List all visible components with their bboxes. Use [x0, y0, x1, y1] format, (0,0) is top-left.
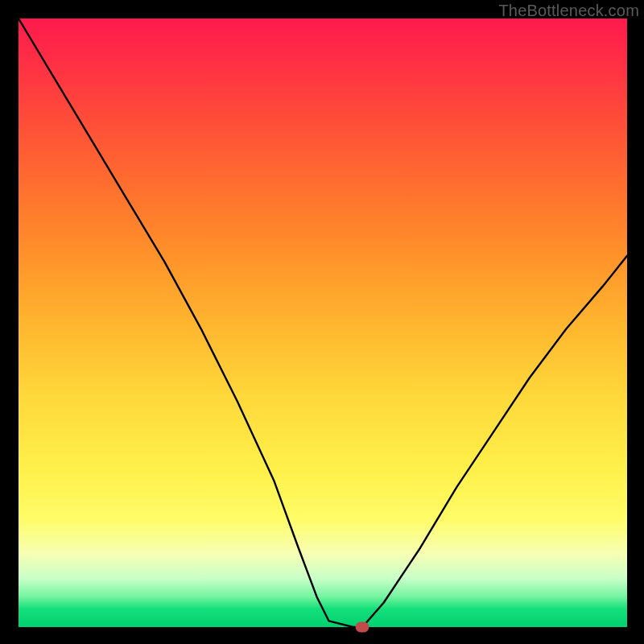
watermark-text: TheBottleneck.com: [498, 2, 639, 20]
minimum-marker: [356, 622, 369, 633]
bottleneck-curve: [19, 19, 627, 627]
chart-stage: TheBottleneck.com: [0, 0, 644, 644]
curve-path: [19, 19, 627, 627]
plot-area: [19, 19, 627, 627]
